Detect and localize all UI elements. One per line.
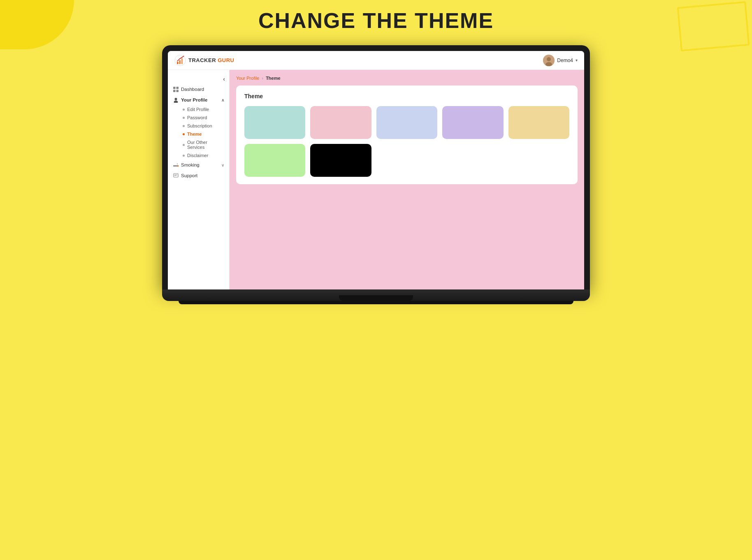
svg-rect-14 xyxy=(177,165,179,167)
smoking-expand-icon: ∨ xyxy=(221,163,224,167)
support-icon xyxy=(173,173,179,178)
theme-grid xyxy=(244,106,569,177)
theme-card: Theme xyxy=(236,86,578,184)
logo-icon xyxy=(174,55,186,66)
sidebar-item-dashboard[interactable]: Dashboard xyxy=(168,84,229,95)
laptop-wrapper: TRACKER GURU Demo4 ▾ xyxy=(162,45,590,304)
dot-disclaimer xyxy=(183,155,185,157)
sidebar-label-support: Support xyxy=(181,173,197,178)
expand-icon: ∧ xyxy=(221,98,224,102)
label-subscription: Subscription xyxy=(187,123,212,128)
user-icon xyxy=(173,97,179,103)
svg-rect-7 xyxy=(173,87,176,89)
dot-edit-profile xyxy=(183,109,185,111)
user-name: Demo4 xyxy=(557,58,573,63)
sidebar-item-password[interactable]: Password xyxy=(178,113,229,122)
breadcrumb: Your Profile › Theme xyxy=(236,76,578,81)
theme-swatch-black[interactable] xyxy=(310,144,371,177)
theme-card-title: Theme xyxy=(244,93,569,100)
label-password: Password xyxy=(187,115,207,120)
theme-swatch-lavender[interactable] xyxy=(442,106,503,139)
logo-tracker: TRACKER xyxy=(188,57,216,63)
logo-text: TRACKER GURU xyxy=(188,57,234,63)
page-title: CHANGE THE THEME xyxy=(258,8,494,33)
sidebar-item-subscription[interactable]: Subscription xyxy=(178,122,229,130)
sidebar-item-support[interactable]: Support xyxy=(168,170,229,181)
sidebar-label-dashboard: Dashboard xyxy=(181,87,204,92)
svg-rect-10 xyxy=(176,90,179,92)
sidebar-item-your-profile[interactable]: Your Profile ∧ xyxy=(168,95,229,105)
app-header: TRACKER GURU Demo4 ▾ xyxy=(168,51,584,70)
dot-theme xyxy=(183,133,185,135)
sidebar-label-your-profile: Your Profile xyxy=(181,97,207,102)
svg-rect-2 xyxy=(179,60,181,64)
sidebar-item-other-services[interactable]: Our Other Services xyxy=(178,138,229,151)
breadcrumb-separator: › xyxy=(262,76,263,81)
smoking-icon xyxy=(173,162,179,168)
sidebar-item-disclaimer[interactable]: Disclaimer xyxy=(178,151,229,160)
svg-point-5 xyxy=(547,57,551,61)
laptop-base xyxy=(162,289,590,301)
laptop-screen: TRACKER GURU Demo4 ▾ xyxy=(168,51,584,289)
user-menu[interactable]: Demo4 ▾ xyxy=(543,55,578,66)
app-body: ‹ Dashboard Your Profile xyxy=(168,70,584,289)
svg-point-12 xyxy=(174,100,178,103)
sidebar-item-smoking[interactable]: Smoking ∨ xyxy=(168,160,229,170)
laptop-feet xyxy=(179,301,573,304)
theme-swatch-lavender-light[interactable] xyxy=(376,106,437,139)
breadcrumb-parent[interactable]: Your Profile xyxy=(236,76,259,81)
svg-rect-1 xyxy=(177,62,179,64)
profile-submenu: Edit Profile Password Subscription xyxy=(168,105,229,160)
grid-icon xyxy=(173,86,179,92)
bg-decor-right xyxy=(670,0,752,58)
main-content: Your Profile › Theme Theme xyxy=(230,70,584,289)
sidebar-collapse-button[interactable]: ‹ xyxy=(168,74,229,84)
laptop-screen-outer: TRACKER GURU Demo4 ▾ xyxy=(162,45,590,289)
svg-rect-3 xyxy=(181,58,183,64)
breadcrumb-current: Theme xyxy=(266,76,280,81)
dot-password xyxy=(183,117,185,119)
sidebar-item-edit-profile[interactable]: Edit Profile xyxy=(178,105,229,113)
dot-subscription xyxy=(183,125,185,127)
sidebar-item-theme[interactable]: Theme xyxy=(178,130,229,138)
theme-swatch-green[interactable] xyxy=(244,144,305,177)
theme-swatch-yellow[interactable] xyxy=(508,106,569,139)
svg-rect-13 xyxy=(173,165,177,167)
label-disclaimer: Disclaimer xyxy=(187,153,208,158)
svg-point-11 xyxy=(174,98,177,100)
theme-swatch-teal[interactable] xyxy=(244,106,305,139)
label-other-services: Our Other Services xyxy=(187,140,224,150)
svg-rect-9 xyxy=(173,90,176,92)
dot-other-services xyxy=(183,144,185,146)
bg-decor-left xyxy=(0,0,74,49)
avatar-icon xyxy=(543,55,555,66)
sidebar: ‹ Dashboard Your Profile xyxy=(168,70,230,289)
theme-swatch-pink[interactable] xyxy=(310,106,371,139)
svg-rect-8 xyxy=(176,87,179,89)
app-logo: TRACKER GURU xyxy=(174,55,234,66)
chevron-down-icon: ▾ xyxy=(576,58,578,62)
sidebar-label-smoking: Smoking xyxy=(181,162,200,167)
avatar xyxy=(543,55,555,66)
collapse-icon: ‹ xyxy=(223,76,225,82)
label-edit-profile: Edit Profile xyxy=(187,107,209,112)
label-theme: Theme xyxy=(187,132,202,137)
logo-guru: GURU xyxy=(216,57,234,63)
